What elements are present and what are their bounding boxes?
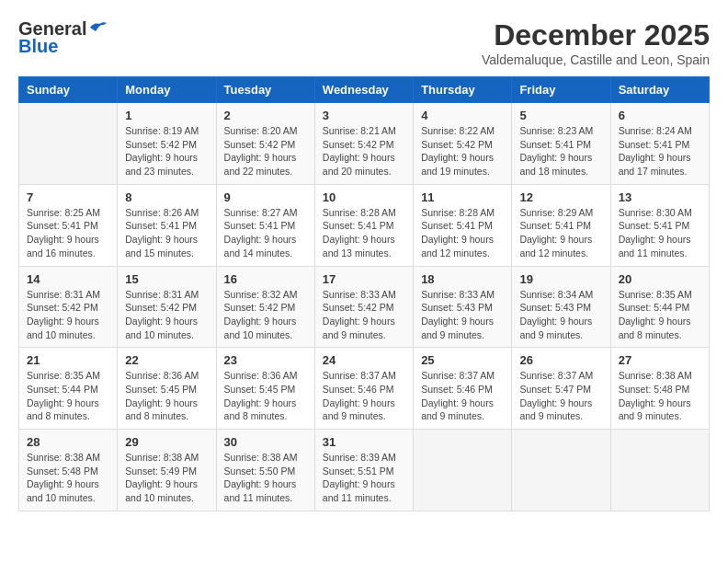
title-block: December 2025 Valdemaluque, Castille and… — [482, 18, 710, 67]
day-cell: 6Sunrise: 8:24 AM Sunset: 5:41 PM Daylig… — [610, 103, 709, 185]
day-header-wednesday: Wednesday — [314, 77, 413, 103]
day-number: 21 — [27, 353, 109, 367]
day-cell: 1Sunrise: 8:19 AM Sunset: 5:42 PM Daylig… — [118, 103, 216, 185]
day-number: 29 — [125, 435, 208, 449]
day-header-sunday: Sunday — [19, 77, 118, 103]
day-number: 30 — [224, 435, 307, 449]
day-info: Sunrise: 8:28 AM Sunset: 5:41 PM Dayligh… — [421, 206, 504, 260]
day-info: Sunrise: 8:21 AM Sunset: 5:42 PM Dayligh… — [323, 124, 405, 178]
day-cell: 21Sunrise: 8:35 AM Sunset: 5:44 PM Dayli… — [19, 348, 118, 430]
day-header-friday: Friday — [512, 77, 610, 103]
day-info: Sunrise: 8:29 AM Sunset: 5:41 PM Dayligh… — [519, 206, 602, 260]
day-cell: 29Sunrise: 8:38 AM Sunset: 5:49 PM Dayli… — [118, 430, 216, 511]
week-row-5: 28Sunrise: 8:38 AM Sunset: 5:48 PM Dayli… — [19, 430, 710, 511]
day-info: Sunrise: 8:27 AM Sunset: 5:41 PM Dayligh… — [224, 206, 307, 260]
day-cell: 15Sunrise: 8:31 AM Sunset: 5:42 PM Dayli… — [118, 266, 216, 348]
day-cell: 11Sunrise: 8:28 AM Sunset: 5:41 PM Dayli… — [414, 184, 512, 266]
day-cell: 30Sunrise: 8:38 AM Sunset: 5:50 PM Dayli… — [216, 430, 314, 511]
day-cell: 13Sunrise: 8:30 AM Sunset: 5:41 PM Dayli… — [610, 184, 709, 266]
day-cell: 19Sunrise: 8:34 AM Sunset: 5:43 PM Dayli… — [512, 266, 610, 348]
day-info: Sunrise: 8:38 AM Sunset: 5:49 PM Dayligh… — [125, 451, 208, 505]
day-cell: 4Sunrise: 8:22 AM Sunset: 5:42 PM Daylig… — [414, 103, 512, 185]
day-number: 19 — [519, 272, 602, 286]
day-cell: 23Sunrise: 8:36 AM Sunset: 5:45 PM Dayli… — [216, 348, 314, 430]
day-number: 7 — [27, 190, 109, 204]
day-cell: 25Sunrise: 8:37 AM Sunset: 5:46 PM Dayli… — [414, 348, 512, 430]
week-row-4: 21Sunrise: 8:35 AM Sunset: 5:44 PM Dayli… — [19, 348, 710, 430]
calendar-table: SundayMondayTuesdayWednesdayThursdayFrid… — [18, 76, 710, 511]
day-cell: 16Sunrise: 8:32 AM Sunset: 5:42 PM Dayli… — [216, 266, 314, 348]
location: Valdemaluque, Castille and Leon, Spain — [482, 52, 710, 67]
day-info: Sunrise: 8:28 AM Sunset: 5:41 PM Dayligh… — [323, 206, 405, 260]
day-info: Sunrise: 8:36 AM Sunset: 5:45 PM Dayligh… — [125, 369, 208, 423]
day-info: Sunrise: 8:26 AM Sunset: 5:41 PM Dayligh… — [125, 206, 208, 260]
day-number: 9 — [224, 190, 307, 204]
day-info: Sunrise: 8:33 AM Sunset: 5:42 PM Dayligh… — [323, 288, 405, 342]
day-info: Sunrise: 8:24 AM Sunset: 5:41 PM Dayligh… — [619, 124, 701, 178]
day-info: Sunrise: 8:32 AM Sunset: 5:42 PM Dayligh… — [224, 288, 307, 342]
day-cell: 2Sunrise: 8:20 AM Sunset: 5:42 PM Daylig… — [216, 103, 314, 185]
day-cell — [512, 430, 610, 511]
day-info: Sunrise: 8:35 AM Sunset: 5:44 PM Dayligh… — [619, 288, 701, 342]
week-row-2: 7Sunrise: 8:25 AM Sunset: 5:41 PM Daylig… — [19, 184, 710, 266]
day-header-tuesday: Tuesday — [216, 77, 314, 103]
day-number: 28 — [27, 435, 109, 449]
day-info: Sunrise: 8:31 AM Sunset: 5:42 PM Dayligh… — [125, 288, 208, 342]
day-cell: 14Sunrise: 8:31 AM Sunset: 5:42 PM Dayli… — [19, 266, 118, 348]
day-number: 18 — [421, 272, 504, 286]
logo: General Blue — [18, 18, 108, 57]
day-cell — [610, 430, 709, 511]
day-number: 17 — [323, 272, 405, 286]
day-cell: 5Sunrise: 8:23 AM Sunset: 5:41 PM Daylig… — [512, 103, 610, 185]
day-number: 5 — [519, 109, 602, 122]
day-cell — [19, 103, 118, 185]
day-number: 8 — [125, 190, 208, 204]
day-cell: 20Sunrise: 8:35 AM Sunset: 5:44 PM Dayli… — [610, 266, 709, 348]
day-info: Sunrise: 8:20 AM Sunset: 5:42 PM Dayligh… — [224, 124, 307, 178]
day-info: Sunrise: 8:37 AM Sunset: 5:46 PM Dayligh… — [421, 369, 504, 423]
day-number: 14 — [27, 272, 109, 286]
day-info: Sunrise: 8:19 AM Sunset: 5:42 PM Dayligh… — [125, 124, 208, 178]
day-cell — [414, 430, 512, 511]
day-number: 2 — [224, 109, 307, 122]
day-info: Sunrise: 8:31 AM Sunset: 5:42 PM Dayligh… — [27, 288, 109, 342]
day-number: 25 — [421, 353, 504, 367]
day-info: Sunrise: 8:38 AM Sunset: 5:48 PM Dayligh… — [619, 369, 701, 423]
day-cell: 9Sunrise: 8:27 AM Sunset: 5:41 PM Daylig… — [216, 184, 314, 266]
day-cell: 3Sunrise: 8:21 AM Sunset: 5:42 PM Daylig… — [314, 103, 413, 185]
day-info: Sunrise: 8:25 AM Sunset: 5:41 PM Dayligh… — [27, 206, 109, 260]
day-cell: 31Sunrise: 8:39 AM Sunset: 5:51 PM Dayli… — [314, 430, 413, 511]
day-info: Sunrise: 8:39 AM Sunset: 5:51 PM Dayligh… — [323, 451, 405, 505]
day-header-saturday: Saturday — [610, 77, 709, 103]
day-number: 22 — [125, 353, 208, 367]
week-row-1: 1Sunrise: 8:19 AM Sunset: 5:42 PM Daylig… — [19, 103, 710, 185]
page-header: General Blue December 2025 Valdemaluque,… — [18, 18, 710, 67]
day-header-thursday: Thursday — [414, 77, 512, 103]
day-cell: 27Sunrise: 8:38 AM Sunset: 5:48 PM Dayli… — [610, 348, 709, 430]
day-info: Sunrise: 8:33 AM Sunset: 5:43 PM Dayligh… — [421, 288, 504, 342]
day-info: Sunrise: 8:35 AM Sunset: 5:44 PM Dayligh… — [27, 369, 109, 423]
day-number: 12 — [519, 190, 602, 204]
day-cell: 18Sunrise: 8:33 AM Sunset: 5:43 PM Dayli… — [414, 266, 512, 348]
day-number: 3 — [323, 109, 405, 122]
day-cell: 8Sunrise: 8:26 AM Sunset: 5:41 PM Daylig… — [118, 184, 216, 266]
day-number: 31 — [323, 435, 405, 449]
day-number: 15 — [125, 272, 208, 286]
day-cell: 24Sunrise: 8:37 AM Sunset: 5:46 PM Dayli… — [314, 348, 413, 430]
day-cell: 10Sunrise: 8:28 AM Sunset: 5:41 PM Dayli… — [314, 184, 413, 266]
week-row-3: 14Sunrise: 8:31 AM Sunset: 5:42 PM Dayli… — [19, 266, 710, 348]
day-number: 24 — [323, 353, 405, 367]
day-cell: 17Sunrise: 8:33 AM Sunset: 5:42 PM Dayli… — [314, 266, 413, 348]
day-number: 4 — [421, 109, 504, 122]
day-number: 11 — [421, 190, 504, 204]
day-info: Sunrise: 8:22 AM Sunset: 5:42 PM Dayligh… — [421, 124, 504, 178]
day-cell: 28Sunrise: 8:38 AM Sunset: 5:48 PM Dayli… — [19, 430, 118, 511]
day-number: 10 — [323, 190, 405, 204]
day-info: Sunrise: 8:38 AM Sunset: 5:50 PM Dayligh… — [224, 451, 307, 505]
day-number: 13 — [619, 190, 701, 204]
day-info: Sunrise: 8:30 AM Sunset: 5:41 PM Dayligh… — [619, 206, 701, 260]
month-title: December 2025 — [482, 18, 710, 52]
day-info: Sunrise: 8:34 AM Sunset: 5:43 PM Dayligh… — [519, 288, 602, 342]
day-cell: 7Sunrise: 8:25 AM Sunset: 5:41 PM Daylig… — [19, 184, 118, 266]
day-number: 23 — [224, 353, 307, 367]
